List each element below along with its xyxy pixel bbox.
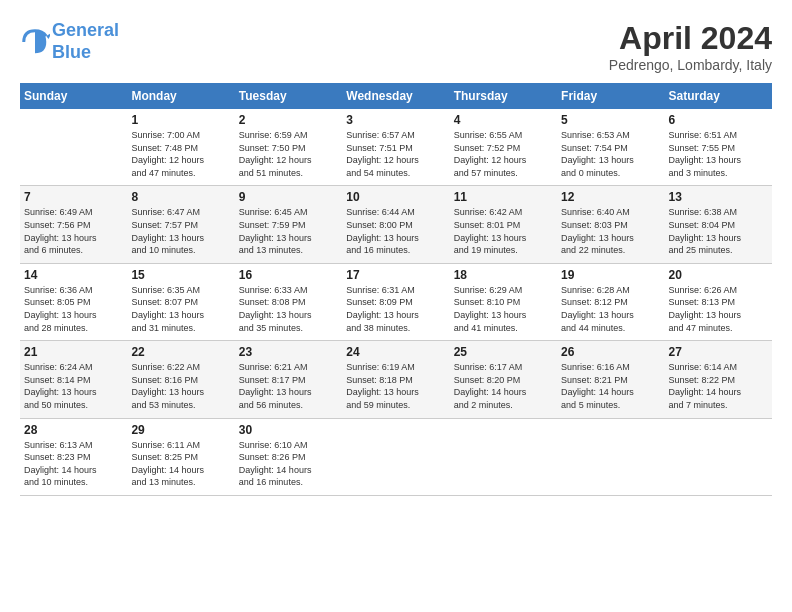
header-day-sunday: Sunday [20,83,127,109]
day-info: Sunrise: 6:14 AM Sunset: 8:22 PM Dayligh… [669,361,768,411]
header-day-monday: Monday [127,83,234,109]
day-number: 16 [239,268,338,282]
logo-line2: Blue [52,42,91,62]
day-info: Sunrise: 6:53 AM Sunset: 7:54 PM Dayligh… [561,129,660,179]
day-info: Sunrise: 6:49 AM Sunset: 7:56 PM Dayligh… [24,206,123,256]
day-number: 18 [454,268,553,282]
day-number: 29 [131,423,230,437]
day-number: 6 [669,113,768,127]
day-number: 8 [131,190,230,204]
calendar-cell: 19Sunrise: 6:28 AM Sunset: 8:12 PM Dayli… [557,263,664,340]
day-number: 28 [24,423,123,437]
day-info: Sunrise: 6:55 AM Sunset: 7:52 PM Dayligh… [454,129,553,179]
day-info: Sunrise: 6:31 AM Sunset: 8:09 PM Dayligh… [346,284,445,334]
month-title: April 2024 [609,20,772,57]
calendar-cell: 21Sunrise: 6:24 AM Sunset: 8:14 PM Dayli… [20,341,127,418]
day-info: Sunrise: 6:57 AM Sunset: 7:51 PM Dayligh… [346,129,445,179]
day-info: Sunrise: 6:51 AM Sunset: 7:55 PM Dayligh… [669,129,768,179]
location: Pedrengo, Lombardy, Italy [609,57,772,73]
logo-icon [20,27,50,57]
calendar-cell: 17Sunrise: 6:31 AM Sunset: 8:09 PM Dayli… [342,263,449,340]
calendar-cell: 2Sunrise: 6:59 AM Sunset: 7:50 PM Daylig… [235,109,342,186]
header-day-friday: Friday [557,83,664,109]
day-info: Sunrise: 6:19 AM Sunset: 8:18 PM Dayligh… [346,361,445,411]
header-day-tuesday: Tuesday [235,83,342,109]
day-number: 4 [454,113,553,127]
day-number: 19 [561,268,660,282]
calendar-cell: 7Sunrise: 6:49 AM Sunset: 7:56 PM Daylig… [20,186,127,263]
calendar-cell: 15Sunrise: 6:35 AM Sunset: 8:07 PM Dayli… [127,263,234,340]
calendar-table: SundayMondayTuesdayWednesdayThursdayFrid… [20,83,772,496]
calendar-cell: 3Sunrise: 6:57 AM Sunset: 7:51 PM Daylig… [342,109,449,186]
calendar-cell [665,418,772,495]
day-info: Sunrise: 6:17 AM Sunset: 8:20 PM Dayligh… [454,361,553,411]
day-number: 14 [24,268,123,282]
calendar-cell: 23Sunrise: 6:21 AM Sunset: 8:17 PM Dayli… [235,341,342,418]
day-info: Sunrise: 7:00 AM Sunset: 7:48 PM Dayligh… [131,129,230,179]
calendar-cell: 29Sunrise: 6:11 AM Sunset: 8:25 PM Dayli… [127,418,234,495]
calendar-cell: 26Sunrise: 6:16 AM Sunset: 8:21 PM Dayli… [557,341,664,418]
calendar-cell: 30Sunrise: 6:10 AM Sunset: 8:26 PM Dayli… [235,418,342,495]
day-number: 17 [346,268,445,282]
day-number: 13 [669,190,768,204]
day-number: 7 [24,190,123,204]
day-number: 20 [669,268,768,282]
day-number: 24 [346,345,445,359]
day-number: 15 [131,268,230,282]
calendar-cell: 10Sunrise: 6:44 AM Sunset: 8:00 PM Dayli… [342,186,449,263]
logo-line1: General [52,20,119,40]
calendar-cell [557,418,664,495]
calendar-cell: 8Sunrise: 6:47 AM Sunset: 7:57 PM Daylig… [127,186,234,263]
day-number: 9 [239,190,338,204]
day-info: Sunrise: 6:38 AM Sunset: 8:04 PM Dayligh… [669,206,768,256]
calendar-cell: 24Sunrise: 6:19 AM Sunset: 8:18 PM Dayli… [342,341,449,418]
day-number: 27 [669,345,768,359]
day-number: 12 [561,190,660,204]
day-number: 11 [454,190,553,204]
calendar-cell [450,418,557,495]
day-info: Sunrise: 6:11 AM Sunset: 8:25 PM Dayligh… [131,439,230,489]
day-info: Sunrise: 6:16 AM Sunset: 8:21 PM Dayligh… [561,361,660,411]
day-info: Sunrise: 6:28 AM Sunset: 8:12 PM Dayligh… [561,284,660,334]
day-info: Sunrise: 6:45 AM Sunset: 7:59 PM Dayligh… [239,206,338,256]
calendar-cell: 20Sunrise: 6:26 AM Sunset: 8:13 PM Dayli… [665,263,772,340]
day-info: Sunrise: 6:26 AM Sunset: 8:13 PM Dayligh… [669,284,768,334]
day-info: Sunrise: 6:40 AM Sunset: 8:03 PM Dayligh… [561,206,660,256]
calendar-cell: 6Sunrise: 6:51 AM Sunset: 7:55 PM Daylig… [665,109,772,186]
calendar-cell: 25Sunrise: 6:17 AM Sunset: 8:20 PM Dayli… [450,341,557,418]
calendar-week-5: 28Sunrise: 6:13 AM Sunset: 8:23 PM Dayli… [20,418,772,495]
calendar-week-1: 1Sunrise: 7:00 AM Sunset: 7:48 PM Daylig… [20,109,772,186]
calendar-cell: 12Sunrise: 6:40 AM Sunset: 8:03 PM Dayli… [557,186,664,263]
calendar-cell [342,418,449,495]
calendar-cell: 22Sunrise: 6:22 AM Sunset: 8:16 PM Dayli… [127,341,234,418]
title-block: April 2024 Pedrengo, Lombardy, Italy [609,20,772,73]
calendar-cell: 18Sunrise: 6:29 AM Sunset: 8:10 PM Dayli… [450,263,557,340]
calendar-cell: 11Sunrise: 6:42 AM Sunset: 8:01 PM Dayli… [450,186,557,263]
calendar-cell: 28Sunrise: 6:13 AM Sunset: 8:23 PM Dayli… [20,418,127,495]
calendar-header-row: SundayMondayTuesdayWednesdayThursdayFrid… [20,83,772,109]
day-info: Sunrise: 6:21 AM Sunset: 8:17 PM Dayligh… [239,361,338,411]
calendar-cell: 14Sunrise: 6:36 AM Sunset: 8:05 PM Dayli… [20,263,127,340]
day-info: Sunrise: 6:44 AM Sunset: 8:00 PM Dayligh… [346,206,445,256]
day-number: 5 [561,113,660,127]
day-number: 3 [346,113,445,127]
day-info: Sunrise: 6:24 AM Sunset: 8:14 PM Dayligh… [24,361,123,411]
calendar-cell: 1Sunrise: 7:00 AM Sunset: 7:48 PM Daylig… [127,109,234,186]
calendar-cell: 5Sunrise: 6:53 AM Sunset: 7:54 PM Daylig… [557,109,664,186]
calendar-cell: 16Sunrise: 6:33 AM Sunset: 8:08 PM Dayli… [235,263,342,340]
header-day-saturday: Saturday [665,83,772,109]
calendar-cell: 27Sunrise: 6:14 AM Sunset: 8:22 PM Dayli… [665,341,772,418]
calendar-week-2: 7Sunrise: 6:49 AM Sunset: 7:56 PM Daylig… [20,186,772,263]
calendar-week-3: 14Sunrise: 6:36 AM Sunset: 8:05 PM Dayli… [20,263,772,340]
calendar-week-4: 21Sunrise: 6:24 AM Sunset: 8:14 PM Dayli… [20,341,772,418]
day-info: Sunrise: 6:22 AM Sunset: 8:16 PM Dayligh… [131,361,230,411]
day-number: 21 [24,345,123,359]
day-info: Sunrise: 6:36 AM Sunset: 8:05 PM Dayligh… [24,284,123,334]
calendar-cell [20,109,127,186]
header-day-wednesday: Wednesday [342,83,449,109]
calendar-cell: 13Sunrise: 6:38 AM Sunset: 8:04 PM Dayli… [665,186,772,263]
day-info: Sunrise: 6:29 AM Sunset: 8:10 PM Dayligh… [454,284,553,334]
day-info: Sunrise: 6:59 AM Sunset: 7:50 PM Dayligh… [239,129,338,179]
header-day-thursday: Thursday [450,83,557,109]
day-number: 26 [561,345,660,359]
